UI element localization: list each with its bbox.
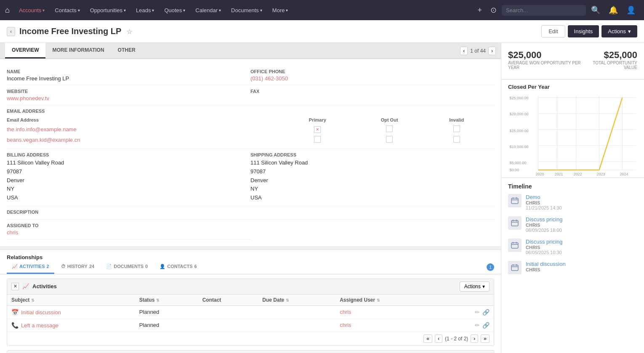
optout-checkbox[interactable] [386, 127, 393, 133]
activity-due-date [258, 305, 335, 318]
timeline-item-icon [508, 194, 522, 207]
primary-checkbox[interactable]: ✕ [314, 126, 321, 132]
nav-quotes[interactable]: Quotes ▾ [160, 5, 189, 16]
tab-more-info[interactable]: MORE INFORMATION [45, 43, 111, 58]
row-actions: ✏ 🔗 [447, 309, 490, 316]
billing-address-value: 111 Silicon Valley Road 97087 Denver NY … [7, 159, 245, 202]
name-field: NAME Income Free Investing LP ✏ [7, 66, 250, 85]
optout-checkbox[interactable] [386, 138, 393, 144]
favorite-star[interactable]: ☆ [126, 28, 132, 35]
nav-leads[interactable]: Leads ▾ [132, 5, 158, 16]
activity-subject-link[interactable]: Initial discussion [21, 309, 61, 316]
documents-dropdown-icon: ▾ [260, 8, 262, 13]
activity-type-icon: 📞 [11, 322, 19, 329]
timeline-item-content: Discuss pricing CHRIS 08/09/2025 18:00 [526, 216, 562, 233]
insights-button[interactable]: Insights [568, 25, 599, 37]
timeline-item-date: 06/05/2025 10:30 [526, 250, 562, 255]
svg-rect-34 [511, 265, 518, 271]
notifications-icon[interactable]: 🔔 [605, 4, 621, 16]
timeline-item-title[interactable]: Demo [526, 194, 562, 200]
documents-icon: 📄 [106, 264, 112, 269]
timeline-item-title[interactable]: Discuss pricing [526, 239, 562, 245]
add-button[interactable]: + [474, 4, 485, 16]
row-actions: ✏ 🔗 [447, 322, 490, 329]
search-icon[interactable]: 🔍 [588, 4, 604, 16]
user-icon[interactable]: 👤 [623, 4, 639, 16]
sort-subject[interactable]: ⇅ [31, 298, 35, 303]
search-input[interactable] [502, 5, 586, 16]
svg-text:2022: 2022 [574, 172, 582, 176]
timeline-item-content: Demo CHRIS 11/21/2025 14:30 [526, 194, 562, 210]
email-address-link[interactable]: the.info.info@example.name [7, 126, 77, 133]
history-button[interactable]: ⊙ [487, 4, 500, 16]
detail-grid: NAME Income Free Investing LP ✏ OFFICE P… [7, 66, 494, 239]
prev-record-button[interactable]: ‹ [460, 47, 468, 55]
rel-tab-contacts[interactable]: 👤 CONTACTS 6 [154, 260, 202, 274]
sort-status[interactable]: ⇅ [156, 298, 160, 303]
quotes-dropdown-icon: ▾ [183, 8, 185, 13]
last-page-button[interactable]: » [481, 334, 490, 343]
actions-button[interactable]: Actions ▾ [601, 25, 637, 37]
nav-accounts[interactable]: Accounts ▾ [15, 5, 49, 16]
prev-page-button[interactable]: ‹ [435, 334, 442, 343]
invalid-checkbox[interactable] [453, 127, 460, 133]
opportunities-dropdown-icon: ▾ [124, 8, 126, 13]
activity-status: Planned [135, 318, 198, 332]
rel-tab-documents[interactable]: 📄 DOCUMENTS 0 [101, 260, 153, 274]
activities-pagination: « ‹ (1 - 2 of 2) › » [7, 332, 494, 345]
rel-tab-history[interactable]: ⏱ HISTORY 24 [56, 260, 100, 273]
page-title: Income Free Investing LP ☆ [19, 27, 541, 36]
back-button[interactable]: ‹ [7, 27, 15, 36]
chart-container: $25,000.00 $20,000.00 $15,000.00 $10,000… [508, 93, 637, 178]
timeline-item-icon [508, 239, 522, 252]
activities-actions-button[interactable]: Actions ▾ [460, 281, 490, 292]
svg-rect-26 [511, 220, 518, 226]
sort-due-date[interactable]: ⇅ [286, 298, 289, 303]
edit-row-button[interactable]: ✏ [475, 322, 480, 329]
svg-text:2021: 2021 [555, 172, 563, 176]
home-icon[interactable]: ⌂ [5, 6, 10, 15]
activity-contact [198, 305, 258, 318]
primary-checkbox[interactable] [314, 138, 321, 144]
link-row-button[interactable]: 🔗 [482, 309, 490, 316]
edit-row-button[interactable]: ✏ [475, 309, 480, 316]
svg-rect-22 [511, 198, 518, 204]
timeline-item-date: 11/21/2025 14:30 [526, 205, 562, 210]
activities-icon-header: 📈 [22, 283, 29, 289]
timeline-item-icon [508, 261, 522, 274]
tab-overview[interactable]: OVERVIEW [5, 43, 45, 58]
activity-assigned-link[interactable]: chris [340, 309, 351, 315]
invalid-checkbox[interactable] [453, 138, 460, 144]
next-page-button[interactable]: › [471, 334, 478, 343]
nav-contacts[interactable]: Contacts ▾ [51, 5, 84, 16]
timeline-item-title[interactable]: Discuss pricing [526, 216, 562, 223]
sort-assigned[interactable]: ⇅ [377, 298, 380, 303]
activities-close-button[interactable]: ✕ [11, 283, 19, 290]
activity-subject-link[interactable]: Left a message [21, 322, 59, 329]
calendar-icon [511, 197, 519, 204]
activity-assigned-link[interactable]: chris [340, 322, 351, 328]
col-subject: Subject ⇅ [7, 295, 135, 306]
nav-documents[interactable]: Documents ▾ [227, 5, 266, 16]
tab-other[interactable]: OTHER [111, 43, 142, 58]
calendar-icon [511, 219, 519, 227]
col-assigned-user: Assigned User ⇅ [335, 295, 442, 306]
nav-calendar[interactable]: Calendar ▾ [191, 5, 225, 16]
nav-more[interactable]: More ▾ [268, 5, 293, 16]
timeline-item-title[interactable]: Initial discussion [526, 261, 566, 267]
chart-section: Closed Per Year $25,000.00 $20,000.00 $1… [501, 80, 644, 178]
svg-text:2024: 2024 [620, 172, 628, 176]
svg-text:$15,000.00: $15,000.00 [510, 129, 529, 133]
timeline-items: Demo CHRIS 11/21/2025 14:30 Discuss pric… [508, 194, 637, 274]
link-row-button[interactable]: 🔗 [482, 322, 490, 329]
email-address-link[interactable]: beans.vegan.kid@example.cn [7, 137, 80, 143]
nav-opportunities[interactable]: Opportunities ▾ [86, 5, 130, 16]
rel-tab-activities[interactable]: 📈 ACTIVITIES 2 [7, 260, 54, 274]
edit-button[interactable]: Edit [541, 25, 565, 37]
opportunity-summary: $25,000 AVERAGE WON OPPORTUNITY PER YEAR… [501, 43, 644, 80]
calendar-icon [511, 242, 519, 249]
email-table: Email Address Primary Opt Out Invalid th… [7, 117, 489, 145]
next-record-button[interactable]: › [488, 47, 496, 55]
left-panel: OVERVIEW MORE INFORMATION OTHER ‹ 1 of 4… [0, 43, 501, 353]
first-page-button[interactable]: « [423, 334, 432, 343]
